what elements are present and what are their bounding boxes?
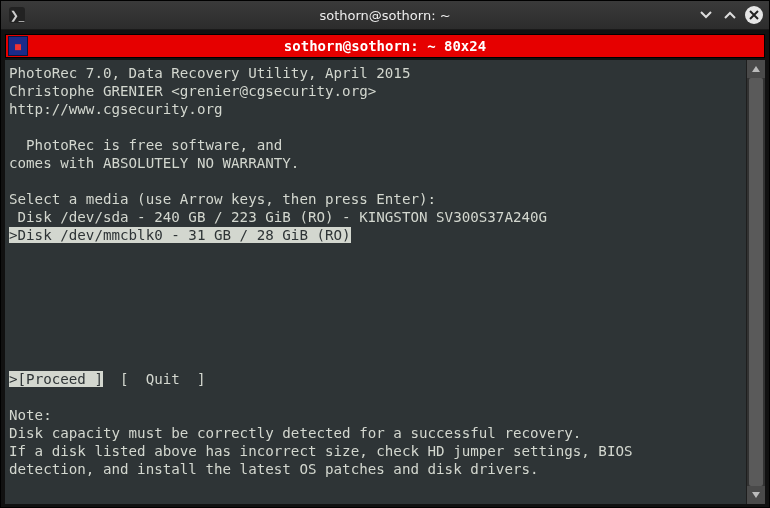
maximize-button[interactable] bbox=[721, 6, 739, 24]
scroll-track[interactable] bbox=[747, 78, 765, 486]
terminal-app-icon: ❯_ bbox=[9, 7, 25, 23]
free-software-line-1: PhotoRec is free software, and bbox=[9, 137, 282, 153]
terminal-body-wrap: PhotoRec 7.0, Data Recovery Utility, Apr… bbox=[1, 58, 769, 508]
app-name-line: PhotoRec 7.0, Data Recovery Utility, Apr… bbox=[9, 65, 410, 81]
window-title: sothorn@sothorn: ~ bbox=[1, 8, 769, 23]
window-controls bbox=[697, 6, 763, 24]
note-line-3: detection, and install the latest OS pat… bbox=[9, 461, 539, 477]
menu-option-proceed[interactable]: >[Proceed ] bbox=[9, 371, 103, 387]
app-author-line: Christophe GRENIER <grenier@cgsecurity.o… bbox=[9, 83, 376, 99]
scroll-down-button[interactable] bbox=[747, 486, 765, 504]
titlebar: ❯_ sothorn@sothorn: ~ bbox=[1, 1, 769, 30]
chevron-down-icon bbox=[699, 8, 713, 22]
quit-label: Quit bbox=[146, 371, 180, 387]
menu-option-quit[interactable]: [ Quit ] bbox=[120, 371, 205, 387]
disk-row-1-selected[interactable]: >Disk /dev/mmcblk0 - 31 GB / 28 GiB (RO) bbox=[9, 227, 351, 243]
disk-row-0[interactable]: Disk /dev/sda - 240 GB / 223 GiB (RO) - … bbox=[9, 209, 547, 225]
free-software-line-2: comes with ABSOLUTELY NO WARRANTY. bbox=[9, 155, 299, 171]
proceed-label: Proceed bbox=[26, 371, 86, 387]
app-url-line: http://www.cgsecurity.org bbox=[9, 101, 223, 117]
minimize-button[interactable] bbox=[697, 6, 715, 24]
triangle-up-icon bbox=[751, 64, 761, 74]
select-media-prompt: Select a media (use Arrow keys, then pre… bbox=[9, 191, 436, 207]
terminal-tab-bar: ■ sothorn@sothorn: ~ 80x24 bbox=[5, 34, 765, 58]
terminal-tab-title: sothorn@sothorn: ~ 80x24 bbox=[6, 38, 764, 54]
chevron-up-icon bbox=[723, 8, 737, 22]
scroll-up-button[interactable] bbox=[747, 60, 765, 78]
triangle-down-icon bbox=[751, 490, 761, 500]
terminal-output[interactable]: PhotoRec 7.0, Data Recovery Utility, Apr… bbox=[5, 60, 746, 504]
app-window: ❯_ sothorn@sothorn: ~ ■ sothorn@sothorn:… bbox=[0, 0, 770, 508]
vertical-scrollbar[interactable] bbox=[746, 60, 765, 504]
close-icon bbox=[749, 10, 759, 20]
scroll-thumb[interactable] bbox=[749, 78, 763, 486]
close-button[interactable] bbox=[745, 6, 763, 24]
note-line-2: If a disk listed above has incorrect siz… bbox=[9, 443, 633, 459]
note-line-1: Disk capacity must be correctly detected… bbox=[9, 425, 581, 441]
note-heading: Note: bbox=[9, 407, 52, 423]
